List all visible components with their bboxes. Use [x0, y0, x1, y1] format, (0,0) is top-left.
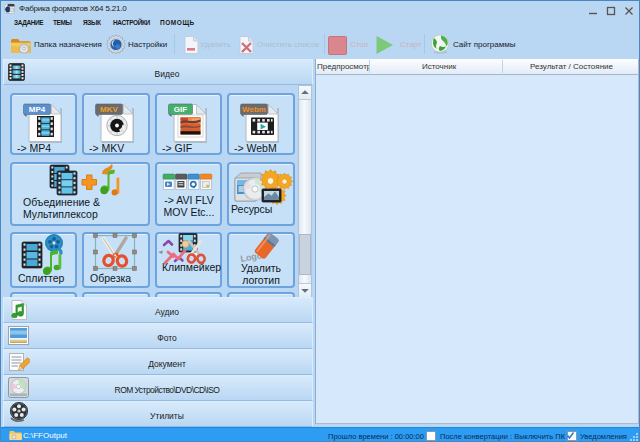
svg-text:Webm: Webm [242, 105, 266, 114]
svg-text:MKV: MKV [100, 105, 118, 114]
svg-text:MP4: MP4 [29, 105, 46, 114]
svg-text:GIF: GIF [174, 105, 187, 114]
